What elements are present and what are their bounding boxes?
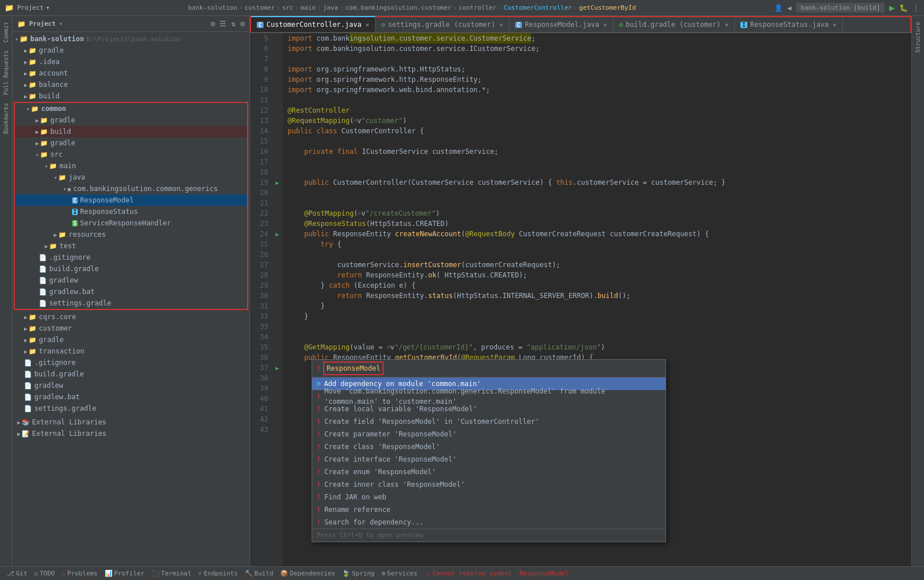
activity-commit[interactable]: Commit — [2, 18, 10, 46]
activity-bookmarks[interactable]: Bookmarks — [2, 100, 10, 137]
autocomplete-item[interactable]: ! Create parameter 'ResponseModel' — [312, 428, 666, 440]
activity-pull-requests[interactable]: Pull Requests — [2, 47, 10, 98]
list-item[interactable]: ▾ 📁 java — [15, 172, 247, 183]
list-item[interactable]: ▶ 📁 transaction — [13, 345, 249, 357]
code-line — [288, 136, 911, 146]
terminal-status-item[interactable]: ⬛ Terminal — [149, 570, 194, 577]
sidebar-sort-icon[interactable]: ⇅ — [231, 19, 236, 28]
list-item[interactable]: C ResponseModel — [15, 194, 247, 206]
list-item[interactable]: ▾ 📁 main — [15, 160, 247, 172]
list-item[interactable]: S ServiceResponseHandler — [15, 217, 247, 229]
tab-settings-gradle[interactable]: ⚙ settings.gradle (customer) × — [376, 17, 509, 32]
list-item[interactable]: ▶ 📁 gradle — [15, 114, 247, 126]
list-item[interactable]: ▶ 📁 gradle — [13, 45, 249, 56]
tab-close-rm[interactable]: × — [603, 21, 607, 29]
problems-status-item[interactable]: ⚠ Problems — [59, 570, 100, 577]
todo-icon: ☑ — [34, 570, 38, 577]
sidebar-more-icon[interactable]: ⚙ — [240, 19, 245, 28]
list-item[interactable]: ▶ 📁 build — [15, 126, 247, 137]
autocomplete-item[interactable]: ! Search for dependency... — [312, 516, 666, 529]
code-content[interactable]: import com.bankingsolution.customer.serv… — [283, 33, 911, 566]
right-structure-bar[interactable]: Structure — [911, 16, 924, 566]
dependencies-status-item[interactable]: 📦 Dependencies — [278, 570, 337, 577]
list-item[interactable]: 📄 settings.gradle — [15, 297, 247, 309]
error-icon: ⚠ — [427, 570, 431, 577]
git-status-item[interactable]: ⎇ Git — [5, 570, 30, 577]
sidebar-dropdown-icon[interactable]: ▾ — [59, 21, 62, 27]
endpoints-status-item[interactable]: ⚡ Endpoints — [196, 570, 240, 577]
spring-status-item[interactable]: 🍃 Spring — [340, 570, 377, 577]
code-line: try { — [288, 239, 911, 249]
list-item[interactable]: ▶ 📁 .idea — [13, 56, 249, 67]
ac-error-icon: ! — [317, 442, 321, 452]
build-status-label: Build — [254, 570, 273, 577]
autocomplete-item[interactable]: ! Find JAR on web — [312, 491, 666, 503]
back-btn[interactable]: ◀ — [787, 4, 791, 12]
autocomplete-item[interactable]: ! Move 'com.bankingsolution.common.gener… — [312, 390, 666, 403]
list-item[interactable]: ▾ ◉ com.bankingsolution.common.generics — [15, 183, 247, 194]
scratches-and-consoles[interactable]: ▶ 📝 External Libraries — [13, 428, 249, 439]
structure-label[interactable]: Structure — [914, 18, 922, 56]
sidebar-settings-icon[interactable]: ⚙ — [211, 19, 216, 28]
list-item[interactable]: ▶ 📁 account — [13, 67, 249, 79]
gutter-run-icon-19[interactable]: ▶ — [272, 177, 283, 188]
list-item[interactable]: 📄 gradlew.bat — [13, 391, 249, 403]
top-bar: 📁 Project ▾ bank-solution › customer › s… — [0, 0, 924, 16]
more-btn[interactable]: ⋮ — [913, 4, 919, 12]
sidebar-list-icon[interactable]: ☰ — [220, 19, 226, 28]
tab-icon-rm: C — [515, 22, 522, 28]
autocomplete-item[interactable]: ! Create enum 'ResponseModel' — [312, 466, 666, 478]
tab-response-status[interactable]: I ResponseStatus.java × — [735, 17, 843, 32]
list-item[interactable]: 📄 gradlew — [15, 275, 247, 286]
profiler-status-item[interactable]: 📊 Profiler — [102, 570, 147, 577]
autocomplete-input-display: ResponseModel — [323, 361, 384, 375]
autocomplete-item[interactable]: ! Create field 'ResponseModel' in 'Custo… — [312, 415, 666, 428]
user-icon[interactable]: 👤 — [774, 4, 783, 12]
tab-close-rs[interactable]: × — [833, 21, 837, 29]
code-line: @PostMapping(⊙v"/createCustomer") — [288, 208, 911, 219]
autocomplete-item[interactable]: ! Create inner class 'ResponseModel' — [312, 478, 666, 491]
list-item[interactable]: ▾ 📁 src — [15, 149, 247, 160]
list-item[interactable]: 📄 build.gradle — [13, 368, 249, 380]
tree-root[interactable]: ▾ 📁 bank-solution D:\Projects\bank-solut… — [13, 33, 249, 45]
debug-btn[interactable]: 🐛 — [899, 4, 908, 12]
list-item[interactable]: 📄 gradlew.bat — [15, 286, 247, 297]
list-item[interactable]: 📄 settings.gradle — [13, 403, 249, 414]
todo-status-item[interactable]: ☑ TODO — [32, 570, 57, 577]
project-dropdown[interactable]: Project ▾ — [17, 4, 50, 11]
autocomplete-item[interactable]: ! Rename reference — [312, 503, 666, 516]
autocomplete-item[interactable]: ! Create interface 'ResponseModel' — [312, 453, 666, 466]
tab-response-model[interactable]: C ResponseModel.java × — [509, 17, 614, 32]
tab-close-sg[interactable]: × — [499, 21, 503, 29]
dependencies-icon: 📦 — [280, 570, 288, 577]
list-item[interactable]: ▶ 📁 balance — [13, 79, 249, 90]
list-item[interactable]: ▶ 📁 cqrs.core — [13, 311, 249, 323]
list-item[interactable]: 📄 .gitignore — [15, 252, 247, 263]
build-config-label[interactable]: bank-solution [build] — [796, 3, 885, 13]
services-status-item[interactable]: ⚙ Services — [379, 570, 420, 577]
list-item[interactable]: ▾ 📁 common — [15, 103, 247, 114]
list-item[interactable]: ▶ 📁 gradle — [15, 137, 247, 149]
tab-customer-controller[interactable]: C CustomerController.java × — [251, 16, 376, 32]
gutter-run-icon-24[interactable]: ▶ — [272, 229, 283, 239]
activity-bar: Commit Pull Requests Bookmarks — [0, 16, 13, 566]
list-item[interactable]: 📄 .gitignore — [13, 357, 249, 368]
tab-build-gradle[interactable]: ⚙ build.gradle (customer) × — [614, 17, 735, 32]
list-item[interactable]: I ResponseStatus — [15, 206, 247, 217]
build-status-item[interactable]: 🔨 Build — [242, 570, 276, 577]
list-item[interactable]: ▶ 📁 customer — [13, 323, 249, 334]
list-item[interactable]: 📄 build.gradle — [15, 263, 247, 275]
run-btn[interactable]: ▶ — [889, 2, 895, 13]
list-item[interactable]: ▶ 📁 test — [15, 240, 247, 252]
tab-close-bg[interactable]: × — [724, 21, 728, 29]
gutter-run-icon-36[interactable]: ▶ — [272, 363, 283, 373]
autocomplete-item[interactable]: ! Create class 'ResponseModel' — [312, 440, 666, 453]
list-item[interactable]: ▶ 📁 resources — [15, 229, 247, 240]
list-item[interactable]: 📄 gradlew — [13, 380, 249, 391]
list-item[interactable]: ▶ 📁 gradle — [13, 334, 249, 345]
list-item[interactable]: ▶ 📚 External Libraries — [13, 416, 249, 428]
code-editor[interactable]: 5 6 7 8 9 10 11 12 13 14 15 16 17 18 19 … — [250, 33, 911, 566]
code-line: } catch (Exception e) { — [288, 280, 911, 291]
tab-close-cc[interactable]: × — [365, 21, 369, 29]
list-item[interactable]: ▶ 📁 build — [13, 90, 249, 102]
